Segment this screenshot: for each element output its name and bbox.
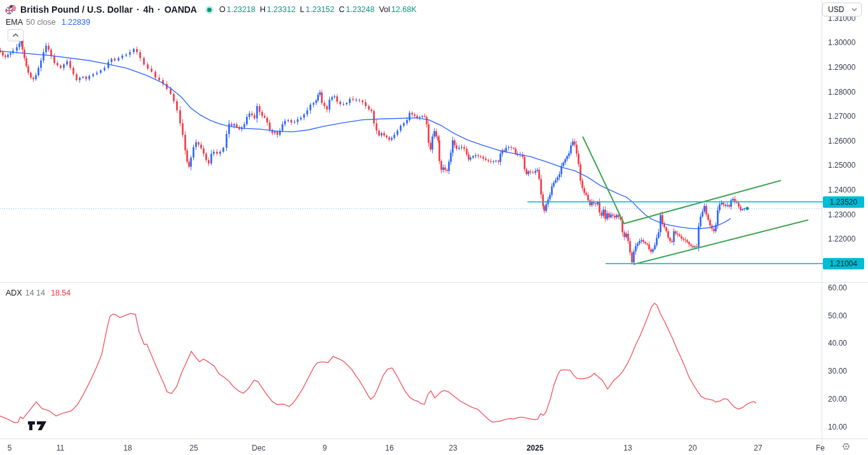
time-axis-label[interactable]: Fe [816, 444, 825, 452]
gear-icon [841, 442, 851, 451]
symbol-title: British Pound / U.S. Dollar [20, 4, 133, 15]
adx-axis-label[interactable]: 50.00 [828, 311, 847, 320]
adx-axis-label[interactable]: 40.00 [828, 339, 847, 348]
adx-value: 18.54 [51, 289, 71, 297]
interval-label: 4h [144, 4, 154, 15]
volume-value: 12.68K [391, 5, 417, 14]
currency-dropdown-value: USD [828, 5, 844, 14]
ema-legend-row[interactable]: EMA 50 close 1.22839 [6, 18, 90, 27]
level-price-tag: 1.21004 [823, 258, 864, 269]
price-axis-label[interactable]: 1.24000 [828, 186, 855, 194]
price-axis-label[interactable]: 1.30000 [828, 38, 855, 47]
chart-canvas[interactable] [0, 0, 868, 455]
tradingview-logo-icon [27, 419, 50, 432]
adx-axis-label[interactable]: 10.00 [828, 423, 847, 431]
price-axis-label[interactable]: 1.22000 [828, 234, 855, 243]
market-open-dot [207, 8, 212, 12]
chevron-up-icon [12, 33, 19, 37]
level-price-tag: 1.23520 [823, 196, 864, 208]
time-axis-label[interactable]: 13 [623, 444, 632, 452]
adx-legend-row[interactable]: ADX 14 14 18.54 [6, 289, 71, 297]
adx-params: 14 14 [25, 289, 45, 297]
tradingview-logo[interactable] [27, 419, 50, 435]
price-axis-label[interactable]: 1.25000 [828, 161, 855, 170]
adx-name: ADX [6, 289, 22, 297]
axis-settings-button[interactable] [841, 442, 851, 453]
time-axis-label[interactable]: 2025 [527, 444, 544, 452]
high-label: H [260, 5, 266, 14]
time-axis-label[interactable]: 11 [57, 444, 64, 452]
low-label: L [300, 5, 304, 14]
time-axis-label[interactable]: 25 [189, 444, 198, 452]
adx-axis-label[interactable]: 20.00 [828, 395, 847, 404]
open-label: O [219, 5, 226, 14]
title-separator: · [158, 4, 161, 15]
chevron-down-icon [851, 8, 857, 11]
time-axis-label[interactable]: 27 [754, 444, 762, 452]
ohlc-readout: O1.23218 H1.23312 L1.23152 C1.23248 Vol1… [219, 5, 417, 14]
time-axis-label[interactable]: 16 [385, 444, 393, 452]
price-axis-label[interactable]: 1.23000 [828, 210, 855, 219]
adx-axis-label[interactable]: 60.00 [828, 283, 847, 292]
close-label: C [339, 5, 344, 14]
close-value: 1.23248 [346, 5, 374, 14]
tradingview-chart-window: 1.310001.300001.290001.280001.270001.260… [0, 0, 868, 455]
adx-axis-label[interactable]: 30.00 [828, 367, 847, 376]
open-value: 1.23218 [227, 5, 255, 14]
price-axis-label[interactable]: 1.28000 [828, 88, 855, 97]
pair-flags-icon [5, 4, 17, 15]
time-axis-label[interactable]: 23 [449, 444, 457, 452]
exchange-label: OANDA [165, 4, 197, 15]
symbol-header[interactable]: British Pound / U.S. Dollar · 4h · OANDA… [5, 3, 416, 16]
volume-label: Vol [379, 5, 390, 14]
price-axis-label[interactable]: 1.29000 [828, 63, 855, 72]
time-axis-label[interactable]: 18 [123, 444, 132, 452]
time-axis-label[interactable]: Dec [252, 444, 265, 452]
time-axis-label[interactable]: 20 [688, 444, 696, 452]
price-axis-label[interactable]: 1.27000 [828, 112, 855, 121]
currency-dropdown[interactable]: USD [822, 3, 862, 17]
ema-name: EMA [6, 18, 23, 27]
high-value: 1.23312 [267, 5, 295, 14]
pane-collapse-button[interactable] [8, 29, 24, 41]
ema-value: 1.22839 [62, 18, 90, 27]
price-axis-label[interactable]: 1.26000 [828, 137, 855, 146]
time-axis-label[interactable]: 9 [323, 444, 327, 452]
low-value: 1.23152 [306, 5, 334, 14]
time-axis-label[interactable]: 5 [8, 444, 12, 452]
title-separator: · [137, 4, 140, 15]
ema-params: 50 close [26, 18, 56, 27]
